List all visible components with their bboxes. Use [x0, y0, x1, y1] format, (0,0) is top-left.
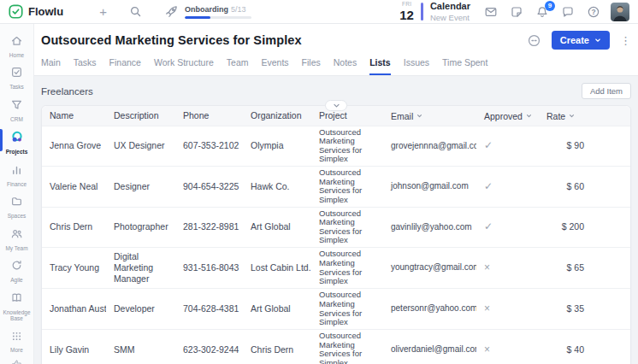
column-header[interactable]: Approved [476, 106, 539, 126]
project-tab[interactable]: Finance [109, 57, 141, 75]
cell-name: Valerie Neal [42, 167, 106, 208]
cell-email: grovejennna@gmail.com [383, 126, 476, 167]
mail-icon[interactable] [484, 5, 498, 19]
create-button[interactable]: Create [552, 31, 610, 50]
calendar-divider [421, 3, 423, 21]
cell-approved: ✓ [476, 126, 539, 167]
cell-email: oliverdaniel@gmail.com [383, 329, 476, 364]
partner-program-icon[interactable] [10, 357, 23, 364]
current-date[interactable]: Fri 12 [399, 2, 414, 21]
cell-project: Outsourced Marketing Services for Simple… [311, 248, 383, 289]
flowlu-logo[interactable]: Flowlu [9, 4, 63, 19]
freelancer-row[interactable]: Lily Gavin SMM 623-302-9244 Chris Dern O… [42, 329, 630, 364]
notes-icon[interactable] [510, 5, 523, 19]
new-event-link[interactable]: New Event [430, 14, 470, 22]
more-options-icon[interactable]: ⋮ [620, 34, 631, 47]
sidebar-item-tasks[interactable]: Tasks [0, 62, 34, 94]
home-icon [10, 34, 23, 50]
cell-name: Jenna Grove [42, 126, 106, 167]
finance-icon [10, 163, 23, 179]
freelancer-row[interactable]: Chris Dern Photographer 281-322-8981 Art… [42, 207, 630, 248]
sidebar: Home Tasks CRM Projects Finance Spaces M… [0, 24, 34, 364]
cell-phone: 607-353-2102 [175, 126, 243, 167]
column-header[interactable]: Rate [539, 106, 630, 126]
quick-add-button[interactable]: + [99, 5, 107, 18]
freelancers-table-panel: NameDescriptionPhoneOrganizationProjectE… [41, 105, 631, 364]
freelancers-title: Freelancers [41, 86, 93, 97]
sidebar-item-home[interactable]: Home [0, 31, 34, 62]
more-grid-icon [11, 330, 22, 345]
cell-description: Developer [106, 289, 175, 330]
cell-organization: Art Global [243, 289, 311, 330]
sort-chevron-icon [526, 110, 532, 120]
projects-icon [10, 130, 24, 147]
column-header[interactable]: Project [311, 106, 383, 126]
sidebar-item-more[interactable]: More [0, 326, 34, 357]
project-tab[interactable]: Events [261, 57, 288, 75]
onboarding-progress-bar [185, 16, 251, 19]
chat-icon[interactable] [561, 5, 575, 19]
freelancer-row[interactable]: Tracy Young Digital Marketing Manager 93… [42, 248, 630, 289]
sidebar-item-finance[interactable]: Finance [0, 160, 34, 191]
cell-project: Outsourced Marketing Services for Simple… [311, 329, 383, 364]
spaces-icon [10, 195, 23, 211]
cell-rate: $ 65 [539, 248, 630, 289]
freelancers-add-item-button[interactable]: Add Item [582, 83, 631, 99]
project-tab[interactable]: Issues [404, 57, 429, 75]
project-tab[interactable]: Time Spent [442, 57, 487, 75]
cell-organization: Olympia [243, 126, 311, 167]
cell-phone: 904-654-3225 [175, 167, 243, 208]
project-tab[interactable]: Main [41, 57, 61, 75]
sidebar-item-projects[interactable]: Projects [0, 126, 34, 159]
column-header[interactable]: Phone [175, 106, 243, 126]
column-header[interactable]: Organization [243, 106, 311, 126]
freelancer-row[interactable]: Jonathan Austin Developer 704-628-4381 A… [42, 289, 630, 330]
cell-name: Chris Dern [42, 207, 106, 248]
help-icon[interactable]: ? [587, 5, 600, 19]
cell-description: SMM [106, 329, 175, 364]
onboarding-label: Onboarding [185, 5, 228, 14]
calendar-widget[interactable]: Calendar New Event [430, 2, 470, 22]
project-header: Outsourced Marketing Services for Simple… [34, 24, 638, 76]
sidebar-item-crm[interactable]: CRM [0, 95, 34, 126]
cell-description: UX Designer [106, 126, 175, 167]
freelancers-collapse-button[interactable] [325, 100, 347, 111]
user-avatar[interactable] [611, 3, 629, 21]
copy-link-icon[interactable] [527, 33, 541, 48]
freelancers-table: NameDescriptionPhoneOrganizationProjectE… [42, 106, 630, 364]
freelancer-row[interactable]: Valerie Neal Designer 904-654-3225 Hawk … [42, 167, 630, 208]
sidebar-item-my-team[interactable]: My Team [0, 224, 34, 255]
search-icon[interactable] [129, 5, 142, 18]
cell-organization: Art Global [243, 207, 311, 248]
onboarding-progress[interactable]: Onboarding5/13 [164, 4, 251, 19]
onboarding-count: 5/13 [231, 5, 246, 14]
project-tab[interactable]: Work Structure [154, 57, 214, 75]
project-tab[interactable]: Lists [369, 57, 391, 75]
sidebar-item-spaces[interactable]: Spaces [0, 191, 34, 223]
sort-chevron-icon [416, 110, 422, 120]
sidebar-item-knowledge-base[interactable]: Knowledge Base [0, 288, 34, 326]
project-tab[interactable]: Notes [334, 57, 357, 75]
flowlu-shield-icon [9, 4, 23, 19]
project-tab[interactable]: Files [302, 57, 321, 75]
sidebar-item-agile[interactable]: Agile [0, 255, 34, 287]
freelancer-row[interactable]: Jenna Grove UX Designer 607-353-2102 Oly… [42, 126, 630, 167]
cell-rate: $ 200 [539, 207, 630, 248]
project-tab[interactable]: Team [227, 57, 249, 75]
page-title: Outsourced Marketing Services for Simple… [41, 33, 302, 47]
cell-project: Outsourced Marketing Services for Simple… [311, 126, 383, 167]
column-header[interactable]: Name [42, 106, 106, 126]
column-header[interactable]: Description [106, 106, 175, 126]
calendar-title: Calendar [430, 2, 470, 11]
cell-email: johnson@gmail.com [383, 167, 476, 208]
cell-approved: × [476, 248, 539, 289]
column-header[interactable]: Email [383, 106, 476, 126]
project-tab[interactable]: Tasks [74, 57, 97, 75]
cell-phone: 623-302-9244 [175, 329, 243, 364]
cell-name: Lily Gavin [42, 329, 106, 364]
topbar: Flowlu + Onboarding5/13 Fri 12 Calendar … [0, 0, 638, 24]
sort-chevron-icon [569, 110, 575, 120]
agile-icon [10, 259, 23, 275]
tasks-icon [10, 66, 23, 82]
cell-project: Outsourced Marketing Services for Simple… [311, 289, 383, 330]
